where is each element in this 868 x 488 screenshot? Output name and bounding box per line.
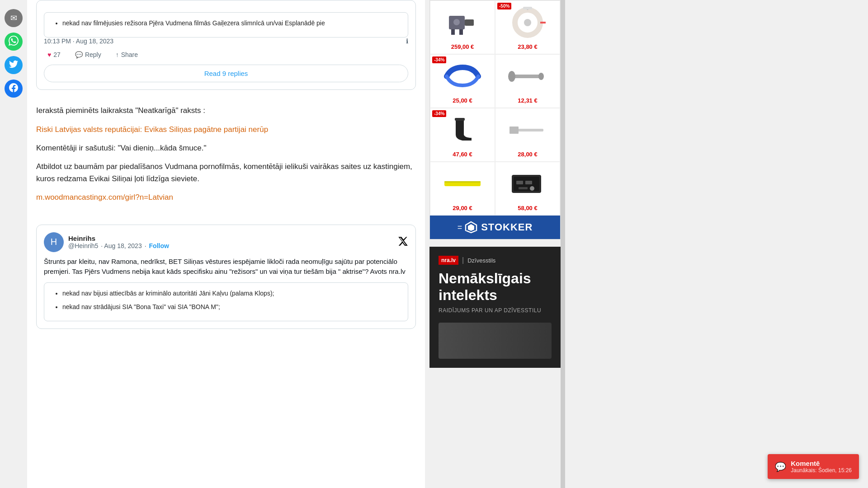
product-price-5: 47,60 € xyxy=(453,151,472,158)
follow-link-second[interactable]: Follow xyxy=(149,242,169,249)
article-text-2: Komentētāji ir sašutuši: "Vai dieniņ...k… xyxy=(36,142,416,154)
dzivesstils-brand: Dzīvesstils xyxy=(467,257,495,264)
tweet-reply-button[interactable]: 💬 Reply xyxy=(71,49,105,60)
svg-point-22 xyxy=(530,186,534,191)
article-text-1: Ierakstā pieminēts laikraksta "Neatkarīg… xyxy=(36,104,416,117)
discount-badge-5: -34% xyxy=(432,110,446,117)
tweet-inner-bullet-2: nekad nav strādājusi SIA "Bona Taxi" vai… xyxy=(62,302,401,312)
product-image-tool-set xyxy=(505,166,550,202)
stokker-logo: STOKKER xyxy=(465,221,533,234)
tweet-handle-line-second: @Heinrih5 · Aug 18, 2023 · Follow xyxy=(68,242,169,249)
tweet-inner-card-second: nekad nav bijusi attiecībās ar kriminālо… xyxy=(44,282,408,322)
whatsapp-icon xyxy=(9,36,19,48)
product-image-boot xyxy=(440,112,485,148)
product-image-pump xyxy=(440,5,485,41)
svg-rect-2 xyxy=(451,29,455,35)
tweet-body-second: Štrunts par kleitu, nav Ramona, nedrīkst… xyxy=(44,257,408,277)
product-cell-8[interactable]: 58,00 € xyxy=(495,162,560,216)
svg-rect-21 xyxy=(525,181,532,184)
tweet-author-info-second: H Heinrihs @Heinrih5 · Aug 18, 2023 · Fo… xyxy=(44,232,169,252)
svg-rect-23 xyxy=(519,187,528,189)
discount-badge-3: -34% xyxy=(432,56,446,63)
scrollbar[interactable] xyxy=(561,0,565,488)
external-link[interactable]: m.woodmancastingx.com/girl?n=Latvian xyxy=(36,193,173,202)
heart-icon: ♥ xyxy=(47,51,51,58)
twitter-share-button[interactable] xyxy=(5,56,23,74)
svg-rect-13 xyxy=(455,118,465,121)
tweet-info-icon[interactable]: ℹ xyxy=(406,38,408,45)
tweet-avatar-second: H xyxy=(44,232,64,252)
article-text-3: Atbildot uz baumām par piedalīšanos Vudm… xyxy=(36,160,416,185)
stokker-footer[interactable]: = STOKKER xyxy=(430,216,560,239)
product-image-hose xyxy=(440,58,485,94)
follow-separator: · xyxy=(145,242,146,249)
product-cell-7[interactable]: 29,00 € xyxy=(430,162,495,216)
product-image-spatula xyxy=(505,112,550,148)
product-image-wrench xyxy=(505,58,550,94)
discount-badge-2: -50% xyxy=(497,3,511,9)
email-icon: ✉ xyxy=(10,13,17,23)
whatsapp-share-button[interactable] xyxy=(5,33,23,51)
tweet-action-bar: ♥ 27 💬 Reply ↑ Share xyxy=(44,49,408,60)
social-sidebar: ✉ xyxy=(0,0,27,488)
tweet-handle-second: @Heinrih5 xyxy=(68,242,98,249)
svg-rect-17 xyxy=(444,181,481,183)
product-grid: 259,00 € -50% 23,80 € -34% xyxy=(430,0,560,216)
product-price-6: 28,00 € xyxy=(518,151,537,158)
tweet-inner-bullet-1: nekad nav bijusi attiecībās ar kriminālо… xyxy=(62,288,401,298)
tweet-bullet-1: nekad nav filmējusies režisora Pjēra Vud… xyxy=(62,18,401,28)
dzivesstils-separator: | xyxy=(462,256,464,264)
reply-label: Reply xyxy=(85,51,101,58)
svg-point-12 xyxy=(538,73,544,80)
right-sidebar: 259,00 € -50% 23,80 € -34% xyxy=(425,0,561,488)
svg-rect-20 xyxy=(516,181,523,184)
article-link[interactable]: Riski Latvijas valsts reputācijai: Evika… xyxy=(36,125,268,134)
product-price-3: 25,00 € xyxy=(453,97,472,104)
read-replies-button[interactable]: Read 9 replies xyxy=(44,65,408,82)
product-price-8: 58,00 € xyxy=(518,205,537,211)
dzivesstils-ad[interactable]: nra.lv | Dzīvesstils Nemākslīgais intele… xyxy=(429,247,561,368)
dzivesstils-headline: Nemākslīgais intelekts xyxy=(439,270,552,304)
svg-marker-25 xyxy=(468,224,474,231)
share-label: Share xyxy=(121,51,138,58)
tweet-embed-top: nekad nav filmējusies režisora Pjēra Vud… xyxy=(36,0,416,90)
svg-rect-3 xyxy=(459,29,463,35)
share-icon: ↑ xyxy=(116,51,119,58)
x-logo-second xyxy=(397,236,408,249)
tweet-time-bar: 10:13 PM · Aug 18, 2023 ℹ xyxy=(44,38,408,45)
stokker-equals-icon: = xyxy=(458,223,462,232)
product-image-hose-reel xyxy=(505,5,550,41)
stokker-ad[interactable]: 259,00 € -50% 23,80 € -34% xyxy=(429,0,561,239)
tweet-like-button[interactable]: ♥ 27 xyxy=(44,49,64,60)
product-cell-2[interactable]: -50% 23,80 € xyxy=(495,0,560,54)
tweet-share-button[interactable]: ↑ Share xyxy=(112,49,142,60)
tweet-header-second: H Heinrihs @Heinrih5 · Aug 18, 2023 · Fo… xyxy=(44,232,408,252)
product-price-4: 12,31 € xyxy=(518,97,537,104)
tweet-date-second: · Aug 18, 2023 xyxy=(101,242,142,249)
svg-point-4 xyxy=(453,19,460,26)
dzivesstils-logo-bar: nra.lv | Dzīvesstils xyxy=(439,256,552,265)
product-cell-6[interactable]: 28,00 € xyxy=(495,108,560,162)
stokker-brand-text: STOKKER xyxy=(481,221,533,233)
nra-badge: nra.lv xyxy=(439,256,458,265)
svg-rect-15 xyxy=(509,127,519,134)
article-section: Ierakstā pieminēts laikraksta "Neatkarīg… xyxy=(36,97,416,217)
svg-point-11 xyxy=(508,71,515,82)
product-cell-3[interactable]: -34% 25,00 € xyxy=(430,54,495,108)
main-content: nekad nav filmējusies režisora Pjēra Vud… xyxy=(27,0,425,488)
product-price-2: 23,80 € xyxy=(518,43,537,50)
product-price-1: 259,00 € xyxy=(451,43,474,50)
comment-toast-text: Komentē Jaunākais: Šodien, 15:26 xyxy=(791,460,852,474)
comment-toast[interactable]: 💬 Komentē Jaunākais: Šodien, 15:26 xyxy=(768,454,859,479)
email-share-button[interactable]: ✉ xyxy=(5,9,23,27)
tweet-timestamp: 10:13 PM · Aug 18, 2023 xyxy=(44,38,113,45)
product-image-scraper xyxy=(440,166,485,202)
svg-rect-8 xyxy=(523,7,532,9)
facebook-share-button[interactable] xyxy=(5,80,23,98)
like-count: 27 xyxy=(53,51,61,58)
svg-point-6 xyxy=(524,19,531,26)
product-cell-5[interactable]: -34% 47,60 € xyxy=(430,108,495,162)
comment-toast-icon: 💬 xyxy=(775,461,786,472)
product-cell-4[interactable]: 12,31 € xyxy=(495,54,560,108)
product-cell-1[interactable]: 259,00 € xyxy=(430,0,495,54)
